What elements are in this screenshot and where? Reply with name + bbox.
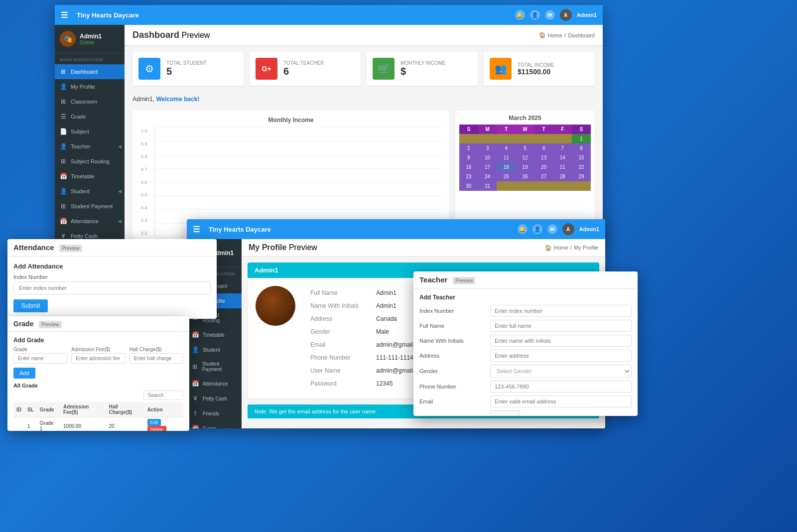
sidebar-item-attendance[interactable]: 📅 Attendance ◀ — [55, 214, 125, 229]
bell-icon[interactable]: 🔔 — [515, 10, 525, 20]
teacher-input-fullname[interactable] — [490, 320, 632, 332]
grade-input-admission[interactable] — [71, 353, 125, 364]
sidebar-item-dashboard[interactable]: ⊞ Dashboard — [55, 64, 125, 79]
cal-day: 16 — [459, 162, 478, 172]
teacher-input-address[interactable] — [490, 350, 632, 362]
welcome-sub: Welcome back! — [156, 96, 199, 103]
teacher-input-index[interactable] — [490, 305, 632, 317]
stat-icon-monthly: 🛒 — [373, 58, 395, 80]
profile-sidebar-pettycash[interactable]: ¥ Petty Cash — [187, 391, 242, 406]
teacher-photo-box — [490, 410, 520, 416]
subjectrouting-icon: ⊞ — [60, 158, 67, 165]
timetable-icon: 📅 — [60, 173, 67, 180]
teacher-select-gender[interactable]: Select Gender Male Female — [490, 365, 632, 378]
grade-body: Add Grade Grade Admission Fee($) Hall Ch… — [7, 332, 189, 431]
profile-sidebar-attendance[interactable]: 📅 Attendance — [187, 376, 242, 391]
p-label-student: Student — [203, 347, 220, 353]
sidebar-item-subject[interactable]: 📄 Subject — [55, 124, 125, 139]
profile-label-address: Address — [306, 313, 371, 325]
cal-day: 2 — [459, 143, 478, 153]
sidebar-item-myprofile[interactable]: 👤 My Profile — [55, 79, 125, 94]
attendance-form-group: Index Number — [13, 274, 211, 294]
grade-search-row — [13, 391, 183, 400]
page-title: Dashboard — [133, 30, 179, 40]
cal-day: 13 — [534, 153, 553, 162]
sidebar-item-subjectrouting[interactable]: ⊞ Subject Routing — [55, 154, 125, 169]
grade-header: Grade Preview — [7, 316, 189, 332]
attendance-section-title: Add Attendance — [13, 263, 211, 270]
hamburger-icon[interactable]: ☰ — [61, 10, 68, 20]
cal-day — [534, 134, 553, 143]
grade-search-input[interactable] — [143, 391, 183, 400]
teacher-preview-badge: Preview — [453, 277, 476, 284]
cal-day: 5 — [516, 143, 534, 153]
edit-button[interactable]: Edit — [147, 419, 161, 426]
grade-add-button[interactable]: Add — [13, 368, 35, 379]
col-id: ID — [13, 402, 24, 417]
breadcrumb-home: Home — [548, 32, 562, 38]
sidebar-label-myprofile: My Profile — [71, 84, 95, 90]
arrow-icon: ◀ — [118, 144, 122, 149]
attendance-index-label: Index Number — [13, 274, 211, 280]
sidebar-item-studentpayment[interactable]: ⊞ Student Payment — [55, 199, 125, 214]
profile-sidebar-friends[interactable]: f Friends — [187, 406, 242, 421]
delete-button[interactable]: Delete — [147, 426, 166, 431]
stat-label-monthly: MONTHLY INCOME — [400, 60, 446, 66]
attendance-preview-badge: Preview — [59, 245, 82, 252]
preview-badge: Preview — [181, 31, 210, 39]
cal-day — [516, 134, 534, 143]
cal-header-t2: T — [534, 125, 553, 134]
attendance-icon: 📅 — [60, 218, 67, 225]
profile-sidebar-timetable[interactable]: 📅 Timetable — [187, 327, 242, 342]
grade-input-hall[interactable] — [130, 353, 183, 364]
cal-day — [497, 134, 516, 143]
cal-day: 30 — [459, 181, 478, 191]
attendance-window: Attendance Preview Add Attendance Index … — [7, 239, 217, 319]
sidebar-item-classroom[interactable]: ⊞ Classroom — [55, 94, 125, 109]
grade-input-name[interactable] — [13, 353, 67, 364]
profile-label-fullname: Full Name — [306, 287, 371, 299]
grade-table: ID SL Grade Admission Fee($) Hall Charge… — [13, 402, 183, 431]
profile-mail-icon[interactable]: ✉ — [547, 224, 557, 234]
p-event-icon: 📅 — [192, 425, 199, 428]
cal-week-2: 2 3 4 5 6 7 8 — [459, 143, 591, 153]
table-row: 1 Grade 1 1000.00 20 Edit Delete — [13, 417, 183, 431]
sidebar-label-attendance: Attendance — [71, 218, 99, 224]
sidebar-item-teacher[interactable]: 👤 Teacher ◀ — [55, 139, 125, 154]
profile-page-header: My Profile Preview 🏠 Home / My Profile — [242, 239, 605, 257]
profile-sidebar-event[interactable]: 📅 Event — [187, 421, 242, 428]
profile-hamburger-icon[interactable]: ☰ — [193, 225, 200, 234]
sidebar-user: 🎭 Admin1 Online — [55, 25, 125, 53]
avatar[interactable]: A — [560, 9, 572, 21]
mail-icon[interactable]: ✉ — [545, 10, 555, 20]
grade-table-header: ID SL Grade Admission Fee($) Hall Charge… — [13, 402, 183, 417]
cal-week-4: 16 17 18 19 20 21 22 — [459, 162, 591, 172]
teacher-form-title: Add Teacher — [419, 294, 632, 301]
sidebar-item-timetable[interactable]: 📅 Timetable — [55, 169, 125, 184]
profile-avatar[interactable]: A — [562, 223, 574, 235]
cal-day: 28 — [553, 172, 572, 181]
profile-admin-name: Admin1 — [579, 226, 599, 232]
cal-day: 11 — [497, 153, 516, 162]
cell-action: Edit Delete — [144, 417, 183, 431]
attendance-submit-button[interactable]: Submit — [13, 299, 48, 312]
profile-user-icon[interactable]: 👤 — [532, 224, 542, 234]
profile-sidebar-student[interactable]: 👤 Student — [187, 342, 242, 357]
grade-preview-badge: Preview — [39, 321, 62, 328]
profile-label-initials: Name With Initials — [306, 300, 371, 312]
profile-bell-icon[interactable]: 🔔 — [518, 224, 528, 234]
sidebar-item-student[interactable]: 👤 Student ◀ — [55, 184, 125, 199]
teacher-input-initials[interactable] — [490, 335, 632, 347]
cal-day — [459, 134, 478, 143]
sidebar-item-grade[interactable]: ☰ Grade — [55, 109, 125, 124]
teacher-input-phone[interactable] — [490, 381, 632, 393]
teacher-input-email[interactable] — [490, 396, 632, 407]
attendance-index-input[interactable] — [13, 281, 211, 294]
p-attendance-icon: 📅 — [192, 380, 199, 387]
cal-day-1: 1 — [572, 134, 591, 143]
teacher-label-initials: Name With Initials — [419, 338, 484, 344]
chart-y-labels: 1.0 0.9 0.8 0.7 0.6 0.5 0.4 0.3 0.2 — [141, 128, 147, 237]
grade-form-section: Add Grade Grade Admission Fee($) Hall Ch… — [13, 337, 183, 379]
profile-sidebar-studentpayment[interactable]: ⊞ Student Payment — [187, 357, 242, 376]
user-add-icon[interactable]: 👤 — [530, 10, 540, 20]
